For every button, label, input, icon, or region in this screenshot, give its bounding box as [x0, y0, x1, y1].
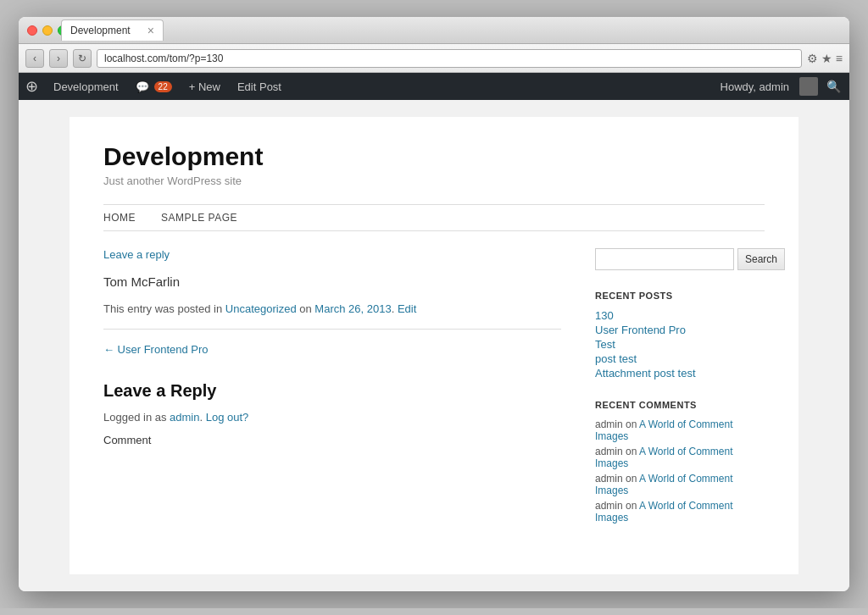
content-wrapper: Development Just another WordPress site …	[70, 117, 798, 574]
comments-count-badge: 22	[154, 81, 172, 92]
tab-title: Development	[70, 25, 131, 36]
post-date-link[interactable]: March 26, 2013	[314, 302, 391, 315]
refresh-button[interactable]: ↻	[73, 49, 92, 68]
sidebar-comment-3: admin on A World of Comment Images	[595, 500, 765, 524]
browser-window: Development × ‹ › ↻ ⚙ ★ ≡ ⊕ Development …	[19, 17, 849, 591]
leave-reply-heading: Leave a Reply	[103, 381, 561, 401]
recent-posts-title: RECENT POSTS	[595, 291, 765, 301]
main-content: Leave a reply Tom McFarlin This entry wa…	[103, 248, 561, 527]
recent-post-link-0[interactable]: 130	[595, 309, 614, 322]
post-meta: This entry was posted in Uncategorized o…	[103, 302, 561, 315]
list-item: 130	[595, 309, 765, 322]
recent-post-link-3[interactable]: post test	[595, 352, 637, 365]
admin-bar-right: Howdy, admin 🔍	[714, 77, 849, 96]
leave-reply-link[interactable]: Leave a reply	[103, 248, 561, 261]
recent-post-link-4[interactable]: Attachment post test	[595, 367, 696, 380]
page-content: Development Just another WordPress site …	[19, 100, 849, 591]
sidebar-comment-1: admin on A World of Comment Images	[595, 446, 765, 469]
sidebar: Search RECENT POSTS 130 User Frontend Pr…	[595, 248, 765, 527]
recent-posts-list: 130 User Frontend Pro Test post test Att…	[595, 309, 765, 380]
wp-logo-icon: ⊕	[25, 77, 38, 96]
nav-sample-page[interactable]: SAMPLE PAGE	[161, 212, 237, 224]
forward-button[interactable]: ›	[49, 49, 68, 68]
avatar	[799, 77, 818, 96]
browser-titlebar: Development ×	[19, 17, 849, 44]
howdy-text: Howdy, admin	[714, 80, 796, 93]
log-out-link[interactable]: Log out?	[206, 411, 249, 424]
post-edit-link[interactable]: Edit	[398, 302, 416, 315]
recent-comments-list: admin on A World of Comment Images admin…	[595, 418, 765, 524]
admin-bar-comments[interactable]: 💬 22	[127, 73, 181, 100]
recent-post-link-1[interactable]: User Frontend Pro	[595, 324, 686, 336]
sidebar-search-button[interactable]: Search	[737, 248, 785, 270]
sidebar-search: Search	[595, 248, 765, 270]
site-tagline: Just another WordPress site	[103, 175, 765, 187]
toolbar-icon-2[interactable]: ★	[821, 52, 832, 65]
prev-post-link[interactable]: ← User Frontend Pro	[103, 343, 561, 356]
back-button[interactable]: ‹	[25, 49, 44, 68]
logged-in-text: Logged in as admin. Log out?	[103, 411, 561, 424]
post-divider	[103, 329, 561, 330]
recent-post-link-2[interactable]: Test	[595, 338, 615, 351]
browser-toolbar-icons: ⚙ ★ ≡	[807, 52, 843, 65]
nav-home[interactable]: HOME	[103, 212, 136, 224]
browser-tab[interactable]: Development ×	[61, 19, 164, 41]
toolbar-icon-1[interactable]: ⚙	[807, 52, 818, 65]
recent-comments-title: RECENT COMMENTS	[595, 400, 765, 410]
toolbar-icon-3[interactable]: ≡	[836, 52, 843, 65]
admin-bar-search-icon[interactable]: 🔍	[818, 80, 849, 93]
main-layout: Leave a reply Tom McFarlin This entry wa…	[103, 248, 765, 527]
wp-admin-bar: ⊕ Development 💬 22 + New Edit Post Howdy…	[19, 73, 849, 100]
site-nav: HOME SAMPLE PAGE	[103, 204, 765, 231]
admin-bar-new[interactable]: + New	[181, 73, 229, 100]
post-author: Tom McFarlin	[103, 274, 561, 289]
address-bar[interactable]	[97, 49, 802, 68]
sidebar-comment-2: admin on A World of Comment Images	[595, 473, 765, 496]
wp-logo-button[interactable]: ⊕	[19, 73, 45, 100]
list-item: Attachment post test	[595, 367, 765, 380]
tab-close-button[interactable]: ×	[147, 24, 154, 37]
admin-bar-edit-post[interactable]: Edit Post	[229, 73, 290, 100]
post-category-link[interactable]: Uncategorized	[225, 302, 297, 315]
logged-in-user-link[interactable]: admin	[170, 411, 199, 424]
minimize-window-button[interactable]	[42, 25, 53, 36]
list-item: Test	[595, 338, 765, 351]
comment-icon: 💬	[136, 80, 149, 93]
list-item: post test	[595, 352, 765, 365]
site-header: Development Just another WordPress site	[103, 142, 765, 187]
comment-label: Comment	[103, 434, 561, 446]
admin-bar-site-name[interactable]: Development	[45, 73, 127, 100]
close-window-button[interactable]	[27, 25, 37, 36]
site-title: Development	[103, 142, 765, 171]
browser-toolbar: ‹ › ↻ ⚙ ★ ≡	[19, 44, 849, 73]
sidebar-comment-0: admin on A World of Comment Images	[595, 418, 765, 442]
sidebar-search-input[interactable]	[595, 248, 734, 270]
list-item: User Frontend Pro	[595, 324, 765, 336]
